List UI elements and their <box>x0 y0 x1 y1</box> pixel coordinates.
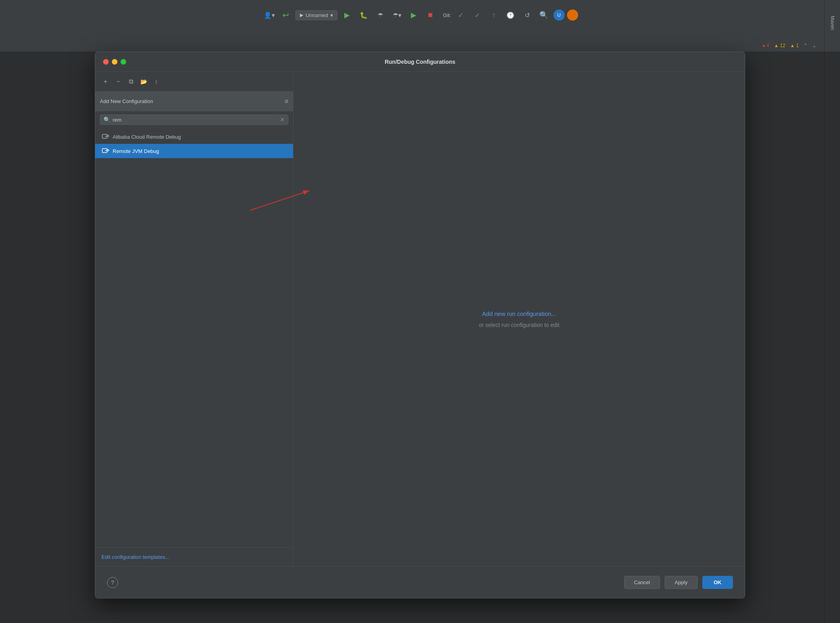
config-list: Alibaba Cloud Remote Debug Remote JVM De… <box>95 128 293 547</box>
edit-templates-link[interactable]: Edit configuration templates... <box>102 554 169 560</box>
copy-config-button[interactable]: ⧉ <box>125 76 136 87</box>
plugin-icon[interactable] <box>567 10 578 21</box>
status-bar: ● 4 ▲ 12 ▲ 1 ⌃ ⌄ <box>0 40 824 52</box>
right-panel: Add new run configuration... or select r… <box>293 72 745 566</box>
topbar-toolbar: 👤▾ ↩ ▶ Unnamed ▾ ▶ 🐛 ☂ ☂▾ ▶ ⏹ Git: ✓ ✓ ↑… <box>262 8 578 22</box>
left-toolbar: + − ⧉ 📂 ↕ <box>95 72 293 92</box>
debug-icon[interactable]: 🐛 <box>357 8 371 22</box>
maximize-button[interactable] <box>121 59 126 65</box>
run-debug-dialog: Run/Debug Configurations + − ⧉ 📂 ↕ Add N… <box>95 52 745 598</box>
remote-jvm-debug-icon <box>102 147 109 155</box>
remove-config-button[interactable]: − <box>113 76 124 87</box>
account-icon[interactable]: 👤▾ <box>262 8 276 22</box>
config-item-alibaba[interactable]: Alibaba Cloud Remote Debug <box>95 130 293 144</box>
error-count: ● 4 <box>762 43 769 48</box>
search-icon[interactable]: 🔍 <box>537 8 551 22</box>
warning-count: ▲ 12 <box>774 43 786 48</box>
alibaba-debug-label: Alibaba Cloud Remote Debug <box>113 134 181 140</box>
ok-button[interactable]: OK <box>702 576 733 589</box>
search-input[interactable] <box>113 117 278 123</box>
help-button[interactable]: ? <box>107 577 118 588</box>
coverage-icon[interactable]: ☂ <box>373 8 387 22</box>
profile-dropdown-icon[interactable]: ☂▾ <box>390 8 404 22</box>
maven-label: Maven <box>830 16 835 30</box>
left-bottom: Edit configuration templates... <box>95 547 293 566</box>
search-box: 🔍 ✕ <box>100 115 288 125</box>
git-revert-icon[interactable]: ↺ <box>520 8 534 22</box>
avatar[interactable]: U <box>553 10 564 21</box>
add-new-run-link[interactable]: Add new run configuration... <box>482 310 556 317</box>
dialog-title: Run/Debug Configurations <box>385 59 455 65</box>
search-icon: 🔍 <box>104 117 110 123</box>
move-to-folder-button[interactable]: 📂 <box>138 76 149 87</box>
remote-jvm-label: Remote JVM Debug <box>113 148 159 154</box>
traffic-lights <box>103 59 126 65</box>
sort-button[interactable]: ↕ <box>151 76 162 87</box>
back-icon[interactable]: ↩ <box>279 8 293 22</box>
add-new-config-panel: Add New Configuration ≡ <box>95 92 293 111</box>
git-check2-icon[interactable]: ✓ <box>470 8 484 22</box>
run-icon[interactable]: ▶ <box>340 8 354 22</box>
search-clear-icon[interactable]: ✕ <box>280 117 285 123</box>
dialog-titlebar: Run/Debug Configurations <box>95 52 745 72</box>
stop-icon[interactable]: ⏹ <box>423 8 437 22</box>
dialog-body: + − ⧉ 📂 ↕ Add New Configuration ≡ 🔍 ✕ <box>95 72 745 566</box>
dialog-footer: ? Cancel Apply OK <box>95 566 745 598</box>
svg-point-4 <box>107 149 109 151</box>
apply-button[interactable]: Apply <box>665 576 698 589</box>
or-select-text: or select run configuration to edit <box>479 322 559 328</box>
run-alt-icon[interactable]: ▶ <box>407 8 421 22</box>
chevron-down-icon: ▾ <box>330 12 333 18</box>
footer-buttons: Cancel Apply OK <box>624 576 733 589</box>
git-label: Git: <box>443 12 451 18</box>
config-item-remote-jvm[interactable]: Remote JVM Debug <box>95 144 293 158</box>
alibaba-debug-icon <box>102 133 109 141</box>
config-dropdown[interactable]: ▶ Unnamed ▾ <box>295 10 338 20</box>
config-name: Unnamed <box>306 12 328 18</box>
git-history-icon[interactable]: 🕐 <box>503 8 518 22</box>
svg-point-1 <box>107 135 109 137</box>
info-count: ▲ 1 <box>790 43 799 48</box>
git-check-icon[interactable]: ✓ <box>453 8 468 22</box>
left-panel: + − ⧉ 📂 ↕ Add New Configuration ≡ 🔍 ✕ <box>95 72 293 566</box>
add-config-button[interactable]: + <box>100 76 111 87</box>
minimize-button[interactable] <box>112 59 117 65</box>
add-new-config-label: Add New Configuration <box>100 98 153 104</box>
git-push-icon[interactable]: ↑ <box>487 8 501 22</box>
cancel-button[interactable]: Cancel <box>624 576 660 589</box>
close-button[interactable] <box>103 59 109 65</box>
panel-options-icon[interactable]: ≡ <box>285 98 288 105</box>
